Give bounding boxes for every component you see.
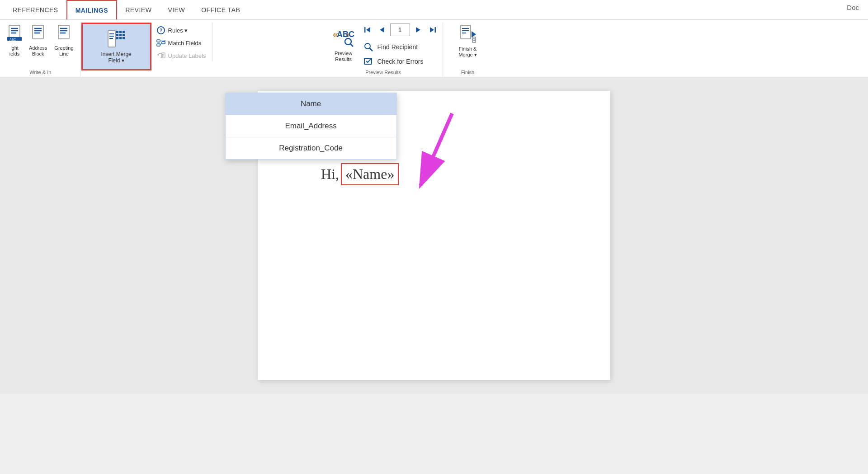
tab-view[interactable]: VIEW xyxy=(160,0,193,19)
nav-first-button[interactable] xyxy=(361,23,374,36)
svg-rect-31 xyxy=(162,42,165,44)
svg-rect-19 xyxy=(119,31,122,33)
write-insert-small-buttons: ? Rules ▾ xyxy=(154,23,213,61)
svg-rect-22 xyxy=(119,34,122,36)
svg-rect-30 xyxy=(157,44,160,46)
svg-marker-45 xyxy=(366,27,370,33)
address-block-icon xyxy=(31,24,45,44)
rules-label: Rules ▾ xyxy=(168,27,188,34)
svg-line-33 xyxy=(160,43,162,45)
nav-controls-row xyxy=(361,23,439,36)
insert-merge-group: Insert MergeField ▾ ? Rules ▾ xyxy=(81,23,151,77)
preview-results-group: « » ABC PreviewResults xyxy=(324,23,443,77)
rules-button[interactable]: ? Rules ▾ xyxy=(154,24,209,36)
match-fields-icon xyxy=(156,38,165,47)
insert-merge-field-icon xyxy=(107,30,125,49)
hi-text: Hi, xyxy=(321,166,339,183)
svg-marker-49 xyxy=(430,27,434,33)
svg-line-43 xyxy=(350,44,353,47)
svg-line-51 xyxy=(369,48,373,52)
insert-merge-dropdown: Name Email_Address Registration_Code xyxy=(225,93,397,160)
preview-results-button[interactable]: « » ABC PreviewResults xyxy=(328,23,359,64)
svg-rect-24 xyxy=(116,37,118,39)
preview-nav-section: Find Recipient Check for Errors xyxy=(361,23,439,68)
tab-mailings[interactable]: MAILINGS xyxy=(66,0,117,19)
nav-last-button[interactable] xyxy=(426,23,439,36)
svg-rect-48 xyxy=(434,27,436,33)
greeting-line-label: GreetingLine xyxy=(54,45,73,57)
ribbon-content: ABC ightields Addres xyxy=(0,20,868,77)
highlight-fields-button[interactable]: ABC ightields xyxy=(5,23,24,59)
page-number-input[interactable] xyxy=(390,23,410,36)
tab-references[interactable]: REFERENCES xyxy=(5,0,66,19)
finish-group-label: Finish xyxy=(461,70,474,77)
finish-merge-button[interactable]: Finish &Merge ▾ xyxy=(452,23,484,60)
preview-results-label: PreviewResults xyxy=(335,51,352,62)
tab-bar: REFERENCES MAILINGS REVIEW VIEW OFFICE T… xyxy=(0,0,868,20)
svg-rect-58 xyxy=(472,37,476,42)
greeting-line-button[interactable]: GreetingLine xyxy=(52,23,76,59)
arrow-annotation xyxy=(389,104,479,206)
insert-merge-field-button[interactable]: Insert MergeField ▾ xyxy=(81,23,151,70)
update-labels-icon xyxy=(156,51,165,60)
find-recipient-label: Find Recipient xyxy=(377,43,418,51)
preview-results-icon: « » ABC xyxy=(332,24,355,49)
nav-prev-button[interactable] xyxy=(376,23,388,36)
highlight-fields-label: ightields xyxy=(9,45,20,57)
insert-merge-field-label: Insert MergeField ▾ xyxy=(101,51,131,64)
svg-rect-26 xyxy=(123,37,125,39)
doc-title-label: Doc xyxy=(847,4,859,11)
svg-rect-23 xyxy=(123,34,125,36)
svg-rect-20 xyxy=(123,31,125,33)
check-errors-label: Check for Errors xyxy=(377,58,424,65)
write-insert-group: ABC ightields Addres xyxy=(5,23,80,77)
svg-rect-44 xyxy=(364,27,366,33)
greeting-line-icon xyxy=(57,24,71,44)
svg-point-50 xyxy=(365,43,370,49)
rules-icon: ? xyxy=(156,26,165,35)
finish-merge-icon xyxy=(460,24,476,45)
svg-rect-53 xyxy=(461,25,471,39)
find-recipient-button[interactable]: Find Recipient xyxy=(361,41,439,53)
right-action-buttons: Find Recipient Check for Errors xyxy=(361,39,439,68)
svg-marker-57 xyxy=(472,31,476,38)
svg-line-62 xyxy=(420,113,452,186)
match-fields-label: Match Fields xyxy=(168,40,202,47)
write-insert-group-label: Write & In xyxy=(29,70,51,77)
svg-rect-10 xyxy=(58,25,69,39)
preview-results-group-label: Preview Results xyxy=(365,70,401,77)
svg-text:?: ? xyxy=(160,28,162,33)
dropdown-item-name[interactable]: Name xyxy=(226,93,396,115)
nav-next-button[interactable] xyxy=(412,23,425,36)
svg-rect-25 xyxy=(119,37,122,39)
svg-marker-47 xyxy=(416,27,420,33)
update-labels-button[interactable]: Update Labels xyxy=(154,50,209,61)
svg-rect-6 xyxy=(33,25,43,39)
address-block-button[interactable]: AddressBlock xyxy=(26,23,50,59)
svg-text:ABC: ABC xyxy=(337,30,354,39)
document-area: ⌐ Hi, «Name» xyxy=(0,77,868,394)
svg-text:ABC: ABC xyxy=(9,38,16,41)
svg-rect-21 xyxy=(116,34,118,36)
dropdown-item-registration[interactable]: Registration_Code xyxy=(226,137,396,159)
dropdown-item-email[interactable]: Email_Address xyxy=(226,115,396,137)
tab-office-tab[interactable]: OFFICE TAB xyxy=(193,0,248,19)
update-labels-label: Update Labels xyxy=(168,52,206,59)
finish-group: Finish &Merge ▾ Finish xyxy=(448,23,487,77)
svg-marker-35 xyxy=(157,54,159,56)
svg-marker-46 xyxy=(380,27,384,33)
address-block-label: AddressBlock xyxy=(29,45,47,57)
svg-marker-34 xyxy=(165,40,165,42)
check-errors-icon xyxy=(363,56,374,67)
svg-rect-29 xyxy=(157,40,160,42)
check-errors-button[interactable]: Check for Errors xyxy=(361,55,439,68)
find-recipient-icon xyxy=(363,42,374,52)
svg-rect-18 xyxy=(116,31,118,33)
match-fields-button[interactable]: Match Fields xyxy=(154,37,209,49)
svg-rect-0 xyxy=(9,25,20,39)
finish-merge-label: Finish &Merge ▾ xyxy=(458,46,476,58)
tab-review[interactable]: REVIEW xyxy=(117,0,160,19)
highlight-fields-icon: ABC xyxy=(7,24,22,44)
